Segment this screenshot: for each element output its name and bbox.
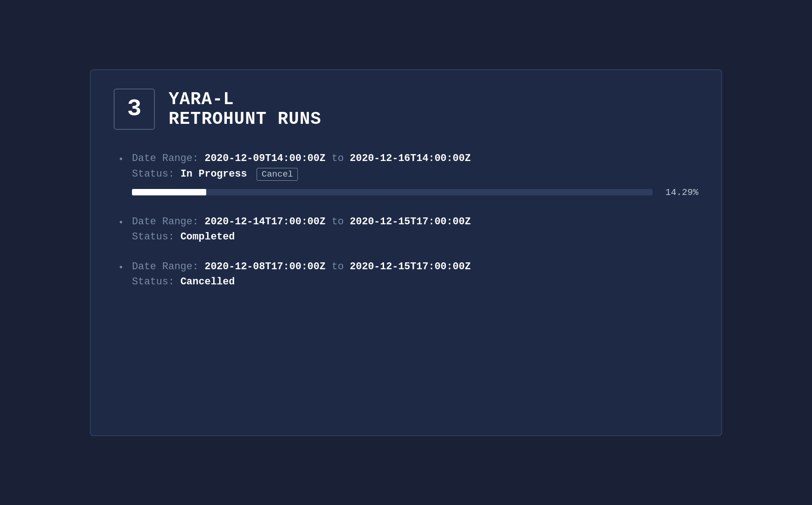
- run-status-1: Status: In Progress Cancel: [132, 168, 698, 181]
- run-item-2: Date Range: 2020-12-14T17:00:00Z to 2020…: [118, 216, 698, 243]
- run-item-1: Date Range: 2020-12-09T14:00:00Z to 2020…: [118, 153, 698, 198]
- runs-list: Date Range: 2020-12-09T14:00:00Z to 2020…: [114, 153, 698, 288]
- number-badge: 3: [114, 89, 155, 130]
- title-line1: YARA-L: [169, 89, 321, 109]
- date-start: 2020-12-08T17:00:00Z: [204, 261, 325, 272]
- connector: to: [332, 261, 344, 272]
- progress-label: 14.29%: [662, 187, 698, 198]
- status-value: Cancelled: [181, 276, 235, 288]
- status-label: Status:: [132, 231, 174, 243]
- connector: to: [332, 153, 344, 164]
- date-range-label: Date Range:: [132, 153, 198, 164]
- date-end: 2020-12-15T17:00:00Z: [350, 216, 471, 228]
- date-start: 2020-12-14T17:00:00Z: [204, 216, 325, 228]
- card-header: 3 YARA-L RETROHUNT RUNS: [114, 89, 698, 130]
- badge-number: 3: [127, 95, 141, 122]
- cancel-button[interactable]: Cancel: [257, 168, 298, 181]
- status-label: Status:: [132, 276, 174, 288]
- connector: to: [332, 216, 344, 228]
- date-range-label: Date Range:: [132, 261, 198, 272]
- run-item-3: Date Range: 2020-12-08T17:00:00Z to 2020…: [118, 261, 698, 288]
- run-date-range-3: Date Range: 2020-12-08T17:00:00Z to 2020…: [132, 261, 698, 272]
- status-value: Completed: [181, 231, 235, 243]
- status-label: Status:: [132, 168, 174, 180]
- status-value: In Progress: [181, 168, 247, 180]
- run-date-range-1: Date Range: 2020-12-09T14:00:00Z to 2020…: [132, 153, 698, 164]
- run-date-range-2: Date Range: 2020-12-14T17:00:00Z to 2020…: [132, 216, 698, 228]
- title-line2: RETROHUNT RUNS: [169, 109, 321, 129]
- run-status-2: Status: Completed: [132, 231, 698, 243]
- main-card: 3 YARA-L RETROHUNT RUNS Date Range: 2020…: [90, 69, 722, 436]
- progress-container-1: 14.29%: [132, 187, 698, 198]
- progress-bar-fill: [132, 189, 206, 195]
- date-end: 2020-12-16T14:00:00Z: [350, 153, 471, 164]
- date-end: 2020-12-15T17:00:00Z: [350, 261, 471, 272]
- date-start: 2020-12-09T14:00:00Z: [204, 153, 325, 164]
- date-range-label: Date Range:: [132, 216, 198, 228]
- run-status-3: Status: Cancelled: [132, 276, 698, 288]
- title-block: YARA-L RETROHUNT RUNS: [169, 89, 321, 129]
- progress-bar-bg: [132, 189, 653, 195]
